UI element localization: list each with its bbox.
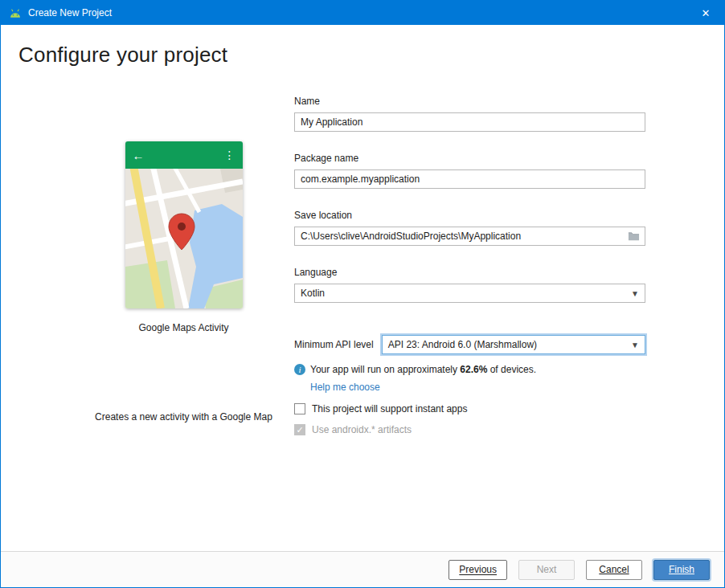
api-level-label: Minimum API level: [294, 339, 374, 350]
api-level-dropdown[interactable]: API 23: Android 6.0 (Marshmallow) ▼: [382, 335, 645, 354]
language-label: Language: [294, 267, 645, 278]
window-title: Create New Project: [28, 7, 687, 18]
dialog-footer: Previous Next Cancel Finish: [1, 551, 724, 587]
map-illustration: [125, 169, 243, 308]
previous-button[interactable]: Previous: [449, 560, 507, 580]
package-name-label: Package name: [294, 153, 645, 164]
save-location-input[interactable]: [294, 227, 645, 246]
name-label: Name: [294, 96, 645, 107]
chevron-down-icon: ▼: [631, 341, 639, 349]
next-button: Next: [518, 560, 575, 580]
package-group: Package name: [294, 153, 645, 189]
package-name-input[interactable]: [294, 169, 645, 189]
cancel-button[interactable]: Cancel: [586, 560, 642, 580]
coverage-text: Your app will run on approximately 62.6%…: [310, 364, 536, 375]
language-group: Language Kotlin ▼: [294, 267, 645, 303]
androidx-label: Use androidx.* artifacts: [312, 424, 412, 435]
activity-caption: Google Maps Activity: [138, 322, 228, 333]
api-level-value: API 23: Android 6.0 (Marshmallow): [388, 339, 537, 350]
androidx-checkbox: ✓: [294, 424, 305, 435]
api-level-group: Minimum API level API 23: Android 6.0 (M…: [294, 335, 645, 354]
save-location-group: Save location: [294, 210, 645, 246]
save-location-label: Save location: [294, 210, 645, 221]
back-arrow-icon: ←: [133, 149, 145, 162]
language-dropdown[interactable]: Kotlin ▼: [294, 284, 645, 303]
activity-description: Creates a new activity with a Google Map: [95, 411, 272, 423]
coverage-percent: 62.6%: [460, 364, 487, 375]
dialog-content: Configure your project ← ⋮: [1, 25, 724, 551]
language-value: Kotlin: [301, 288, 325, 299]
instant-apps-label: This project will support instant apps: [312, 403, 467, 414]
page-title: Configure your project: [18, 43, 724, 67]
overflow-menu-icon: ⋮: [224, 149, 236, 161]
name-group: Name: [294, 96, 645, 132]
android-logo-icon: [8, 7, 23, 19]
info-icon: i: [294, 364, 305, 375]
help-me-choose-link[interactable]: Help me choose: [310, 382, 380, 393]
name-input[interactable]: [294, 112, 645, 132]
chevron-down-icon: ▼: [631, 289, 639, 298]
project-form: Name Package name Save location: [294, 96, 645, 435]
device-coverage-note: i Your app will run on approximately 62.…: [294, 364, 645, 375]
activity-preview-thumbnail: ← ⋮: [125, 141, 243, 308]
instant-apps-row[interactable]: This project will support instant apps: [294, 403, 645, 414]
finish-button[interactable]: Finish: [653, 560, 710, 580]
activity-preview-panel: ← ⋮: [1, 67, 294, 423]
create-new-project-dialog: Create New Project ✕ Configure your proj…: [0, 0, 725, 588]
instant-apps-checkbox[interactable]: [294, 403, 305, 414]
close-icon[interactable]: ✕: [687, 1, 724, 25]
title-bar[interactable]: Create New Project ✕: [1, 1, 724, 25]
folder-icon[interactable]: [628, 231, 640, 241]
androidx-row: ✓ Use androidx.* artifacts: [294, 424, 645, 435]
preview-appbar: ← ⋮: [125, 141, 243, 169]
